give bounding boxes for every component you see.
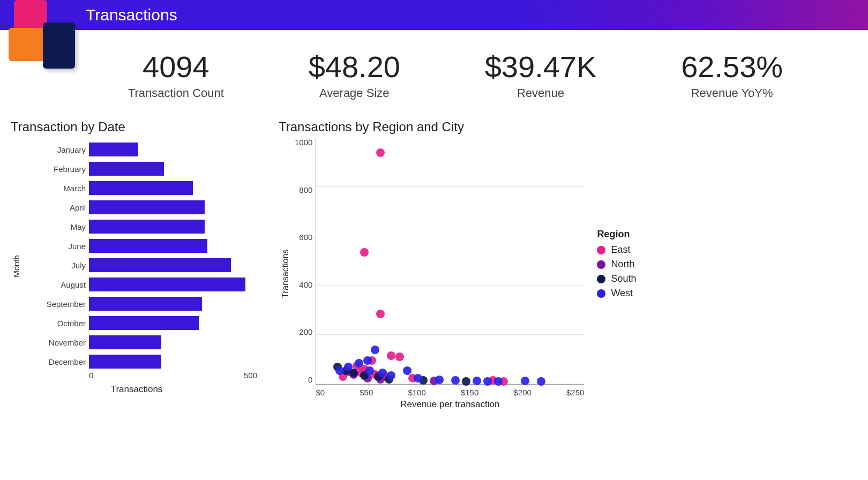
bar-fill[interactable]	[89, 200, 205, 214]
bar-row: April	[34, 198, 263, 217]
scatter-dot[interactable]	[335, 366, 344, 375]
legend-label: South	[611, 273, 636, 284]
scatter-dot[interactable]	[395, 352, 404, 361]
bar-row-label: March	[34, 184, 89, 193]
scatter-chart-x-axis-title: Revenue per transaction	[316, 399, 584, 410]
bar-row-label: July	[34, 261, 89, 270]
kpi-value: 4094	[128, 49, 224, 84]
legend-item[interactable]: East	[597, 244, 636, 256]
legend-item[interactable]: South	[597, 273, 636, 284]
bar-row-label: May	[34, 222, 89, 231]
kpi-value: $39.47K	[485, 49, 597, 84]
bar-fill[interactable]	[89, 316, 199, 330]
bar-row-label: April	[34, 203, 89, 212]
bar-fill[interactable]	[89, 297, 202, 311]
kpi-transaction-count: 4094 Transaction Count	[128, 49, 224, 100]
bar-row-label: November	[34, 338, 89, 347]
scatter-dot[interactable]	[360, 248, 369, 257]
scatter-dot[interactable]	[376, 148, 385, 157]
legend-swatch	[597, 246, 605, 254]
bar-fill[interactable]	[89, 258, 231, 272]
kpi-revenue: $39.47K Revenue	[485, 49, 597, 100]
bar-fill[interactable]	[89, 142, 138, 156]
scatter-dot[interactable]	[483, 377, 492, 386]
legend-label: North	[611, 259, 634, 270]
scatter-dot[interactable]	[521, 377, 529, 385]
legend-swatch	[597, 260, 605, 269]
scatter-chart-legend[interactable]: Region EastNorthSouthWest	[597, 229, 636, 410]
scatter-chart-title: Transactions by Region and City	[279, 119, 664, 134]
legend-swatch	[597, 289, 605, 298]
bar-row: December	[34, 352, 263, 371]
bar-row: September	[34, 294, 263, 313]
bar-row-label: December	[34, 357, 89, 366]
scatter-dot[interactable]	[473, 377, 481, 385]
scatter-chart-x-ticks: $0$50$100$150$200$250	[316, 385, 584, 397]
kpi-label: Revenue YoY%	[681, 86, 783, 100]
bar-row: August	[34, 275, 263, 294]
kpi-label: Revenue	[485, 86, 597, 100]
bar-chart-x-axis-title: Transactions	[11, 384, 263, 395]
bar-fill[interactable]	[89, 220, 205, 234]
scatter-chart-y-axis-title: Transactions	[279, 138, 291, 410]
kpi-value: $48.20	[309, 49, 400, 84]
bar-row: July	[34, 256, 263, 275]
bar-row: March	[34, 178, 263, 198]
kpi-label: Average Size	[309, 86, 400, 100]
legend-title: Region	[597, 229, 636, 240]
scatter-chart-plot-area[interactable]	[316, 138, 584, 385]
scatter-dot[interactable]	[451, 376, 460, 385]
bar-row-label: October	[34, 319, 89, 328]
scatter-dot[interactable]	[537, 377, 545, 386]
scatter-dot[interactable]	[462, 377, 470, 386]
kpi-label: Transaction Count	[128, 86, 224, 100]
bar-chart-y-axis-title: Month	[12, 255, 21, 278]
legend-item[interactable]: North	[597, 259, 636, 270]
scatter-chart[interactable]: Transactions by Region and City Transact…	[279, 119, 664, 410]
kpi-row: 4094 Transaction Count $48.20 Average Si…	[0, 49, 868, 100]
charts-row: Transaction by Date Month JanuaryFebruar…	[0, 119, 868, 410]
header-bar: Transactions	[0, 0, 868, 30]
bar-row: February	[34, 159, 263, 178]
scatter-dot[interactable]	[414, 374, 422, 382]
scatter-chart-y-ticks: 10008006004002000	[291, 138, 316, 384]
scatter-dot[interactable]	[376, 310, 385, 318]
bar-fill[interactable]	[89, 162, 164, 176]
bar-row: October	[34, 313, 263, 333]
bar-row-label: February	[34, 164, 89, 174]
bar-row-label: September	[34, 299, 89, 309]
bar-row-label: January	[34, 145, 89, 154]
bar-row: June	[34, 236, 263, 256]
bar-row-label: June	[34, 242, 89, 251]
bar-row: November	[34, 333, 263, 352]
legend-label: East	[611, 244, 630, 256]
legend-swatch	[597, 275, 605, 283]
bar-row: May	[34, 217, 263, 236]
scatter-dot[interactable]	[435, 376, 444, 384]
legend-item[interactable]: West	[597, 288, 636, 299]
bar-row-label: August	[34, 280, 89, 289]
scatter-dot[interactable]	[371, 346, 379, 354]
bar-row: January	[34, 140, 263, 159]
kpi-average-size: $48.20 Average Size	[309, 49, 400, 100]
scatter-dot[interactable]	[387, 351, 395, 360]
scatter-dot[interactable]	[403, 366, 411, 375]
bar-fill[interactable]	[89, 181, 193, 195]
bar-fill[interactable]	[89, 239, 207, 253]
legend-label: West	[611, 288, 633, 299]
page-title: Transactions	[0, 0, 868, 30]
scatter-dot[interactable]	[387, 371, 395, 380]
bar-fill[interactable]	[89, 335, 161, 349]
bar-chart-x-ticks: 0500	[89, 371, 257, 380]
kpi-revenue-yoy: 62.53% Revenue YoY%	[681, 49, 783, 100]
bar-chart[interactable]: Transaction by Date Month JanuaryFebruar…	[11, 119, 263, 410]
bar-fill[interactable]	[89, 355, 161, 369]
bar-fill[interactable]	[89, 278, 245, 291]
scatter-dot[interactable]	[365, 366, 374, 375]
kpi-value: 62.53%	[681, 49, 783, 84]
bar-chart-title: Transaction by Date	[11, 119, 263, 134]
